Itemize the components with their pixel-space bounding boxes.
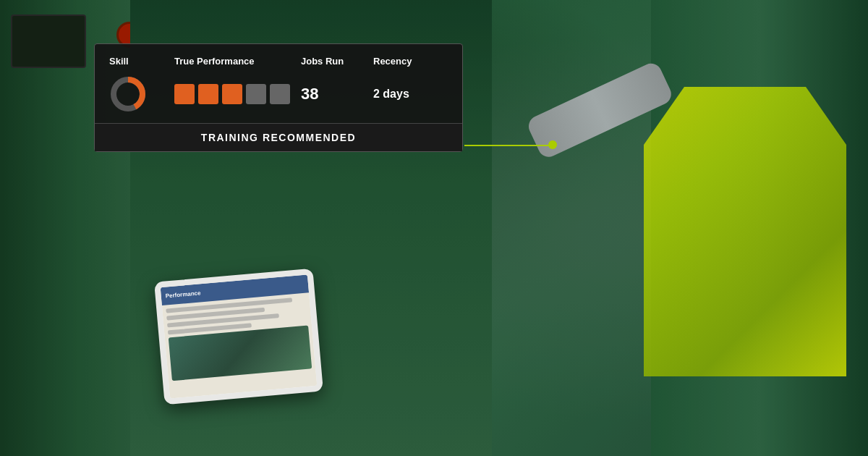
skill-donut	[109, 75, 174, 113]
recency-value: 2 days	[373, 88, 446, 101]
tablet-screen: Performance	[161, 274, 318, 398]
perf-bar-2	[198, 84, 218, 104]
info-card: Skill True Performance Jobs Run Recency	[94, 43, 463, 152]
donut-chart	[109, 75, 147, 113]
col-jobs-run-header: Jobs Run	[301, 56, 373, 67]
card-data-row: 38 2 days	[109, 75, 448, 123]
jobs-run-value: 38	[301, 85, 373, 104]
tablet-content	[162, 292, 316, 384]
connector-line	[464, 145, 551, 146]
card-header: Skill True Performance Jobs Run Recency	[109, 56, 448, 67]
col-recency-header: Recency	[373, 56, 446, 67]
tablet: Performance	[154, 269, 323, 405]
worker-vest	[644, 87, 846, 376]
tablet-container: Performance	[154, 269, 323, 405]
connector-dot	[548, 140, 557, 149]
col-true-performance-header: True Performance	[174, 56, 301, 67]
training-banner: TRAINING RECOMMENDED	[95, 123, 462, 151]
perf-bar-5	[270, 84, 290, 104]
perf-bar-3	[222, 84, 242, 104]
perf-bar-1	[174, 84, 195, 104]
training-text: TRAINING RECOMMENDED	[201, 132, 356, 143]
tablet-header-text: Performance	[165, 290, 201, 299]
tablet-image	[169, 326, 312, 381]
col-skill-header: Skill	[109, 56, 174, 67]
perf-bar-4	[246, 84, 266, 104]
card-content: Skill True Performance Jobs Run Recency	[95, 44, 462, 123]
performance-bars	[174, 84, 301, 104]
